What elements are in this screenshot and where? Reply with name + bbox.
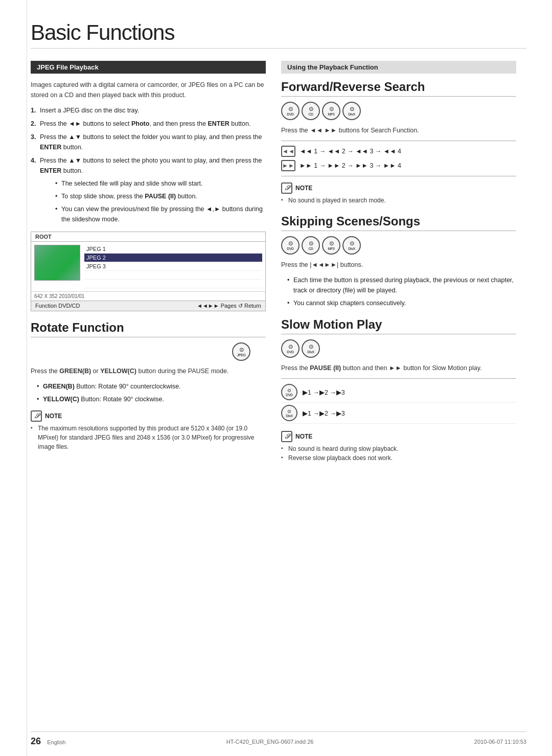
screenshot-file-list: JPEG 1 JPEG 2 JPEG 3 bbox=[84, 245, 262, 288]
step-3: 3. Press the ▲▼ buttons to select the fo… bbox=[40, 132, 266, 152]
jpeg-steps-list: 1. Insert a JPEG disc on the disc tray. … bbox=[31, 105, 266, 224]
note-icon-3: 𝒮 bbox=[281, 431, 292, 442]
screenshot-header: ROOT bbox=[31, 232, 265, 242]
divx-slow-icon: ⊙ DivX bbox=[281, 405, 297, 421]
divx-button-forward: ⊙ DivX bbox=[342, 102, 361, 120]
page-number: 26 bbox=[31, 736, 41, 746]
slow-row-divx: ⊙ DivX ▶1 →▶2 →▶3 bbox=[281, 403, 516, 424]
slow-title: Slow Motion Play bbox=[281, 317, 516, 334]
page: Basic Functions JPEG File Playback Image… bbox=[0, 0, 552, 756]
jpeg-item-blank-1 bbox=[84, 271, 262, 280]
step-4: 4. Press the ▲▼ buttons to select the ph… bbox=[40, 155, 266, 224]
divx-button-skip: ⊙ DivX bbox=[342, 236, 361, 255]
jpeg-section-header: JPEG File Playback bbox=[31, 61, 266, 74]
forward-btn-group: ⊙ DVD ⊙ CD ⊙ MP3 ⊙ DivX bbox=[281, 102, 516, 120]
rotate-note-item: The maximum resolutions supported by thi… bbox=[31, 424, 266, 451]
skip-btn-group: ⊙ DVD ⊙ CD ⊙ MP3 ⊙ DivX bbox=[281, 236, 516, 255]
skip-bullets: Each time the button is pressed during p… bbox=[287, 275, 516, 308]
forward-title: Forward/Reverse Search bbox=[281, 80, 516, 97]
skip-bullet-1: Each time the button is pressed during p… bbox=[287, 275, 516, 295]
jpeg-button: ⊙ JPEG bbox=[232, 342, 250, 361]
skip-intro: Press the |◄◄►►| buttons. bbox=[281, 260, 516, 270]
slow-note-item-2: Reverse slow playback does not work. bbox=[281, 453, 516, 463]
slow-intro: Press the PAUSE (II) button and then ►► … bbox=[281, 363, 516, 373]
sub-bullet-2: To stop slide show, press the PAUSE (II)… bbox=[55, 191, 266, 201]
screenshot-body: JPEG 1 JPEG 2 JPEG 3 bbox=[31, 242, 265, 291]
rotate-intro: Press the GREEN(B) or YELLOW(C) button d… bbox=[31, 366, 266, 376]
divx-button-slow: ⊙ DivX bbox=[302, 339, 320, 358]
rotate-note-box: 𝒮 NOTE The maximum resolutions supported… bbox=[31, 410, 266, 451]
cd-button-skip: ⊙ CD bbox=[302, 236, 320, 255]
dvd-button-slow: ⊙ DVD bbox=[281, 339, 300, 358]
screenshot-meta: 642 X 352 2010/01/01 bbox=[31, 291, 265, 301]
forward-note-list: No sound is played in search mode. bbox=[281, 196, 516, 205]
two-column-layout: JPEG File Playback Images captured with … bbox=[31, 61, 526, 469]
slow-table: ⊙ DVD ▶1 →▶2 →▶3 ⊙ DivX ▶1 →▶2 →▶3 bbox=[281, 378, 516, 424]
page-title: Basic Functions bbox=[31, 20, 526, 49]
rotate-title: Rotate Function bbox=[31, 320, 266, 337]
jpeg-item-blank-2 bbox=[84, 280, 262, 288]
screenshot-footer-right: ◄◄►► Pages ↺ Return bbox=[197, 303, 261, 309]
rewind-icon: ◄◄ bbox=[281, 146, 295, 157]
skip-title: Skipping Scenes/Songs bbox=[281, 214, 516, 231]
step-2: 2. Press the ◄► buttons to select Photo,… bbox=[40, 119, 266, 129]
search-row-2: ►► ►► 1 → ►► 2 → ►► 3 → ►► 4 bbox=[281, 158, 516, 173]
page-footer: 26 English HT-C420_EUR_ENG-0607.indd 26 … bbox=[31, 731, 526, 747]
left-column: JPEG File Playback Images captured with … bbox=[31, 61, 266, 469]
screenshot-footer-left: Function DVD/CD bbox=[35, 303, 80, 309]
note-icon: 𝒮 bbox=[31, 410, 42, 422]
note-icon-2: 𝒮 bbox=[281, 182, 292, 194]
mp3-button-forward: ⊙ MP3 bbox=[322, 102, 340, 120]
slow-note-box: 𝒮 NOTE No sound is heard during slow pla… bbox=[281, 431, 516, 463]
page-lang: English bbox=[47, 739, 65, 745]
mp3-button-skip: ⊙ MP3 bbox=[322, 236, 340, 255]
rotate-btn-group: ⊙ JPEG bbox=[31, 342, 266, 361]
fastforward-icon: ►► bbox=[281, 160, 295, 171]
forward-note-header: 𝒮 NOTE bbox=[281, 182, 516, 194]
dvd-button-forward: ⊙ DVD bbox=[281, 102, 300, 120]
right-column: Using the Playback Function Forward/Reve… bbox=[281, 61, 516, 469]
screenshot-box: ROOT JPEG 1 JPEG 2 JPEG 3 642 X 352 2010… bbox=[31, 232, 266, 311]
dvd-button-skip: ⊙ DVD bbox=[281, 236, 300, 255]
screenshot-thumbnail bbox=[34, 245, 80, 281]
slow-note-list: No sound is heard during slow playback. … bbox=[281, 444, 516, 463]
rotate-green-bullet: GREEN(B) Button: Rotate 90° counterclock… bbox=[37, 381, 266, 392]
cd-button-forward: ⊙ CD bbox=[302, 102, 320, 120]
rotate-note-list: The maximum resolutions supported by thi… bbox=[31, 424, 266, 451]
forward-intro: Press the ◄◄ ►► buttons for Search Funct… bbox=[281, 125, 516, 135]
playback-section-header: Using the Playback Function bbox=[281, 61, 516, 74]
dvd-slow-icon: ⊙ DVD bbox=[281, 384, 297, 400]
skip-bullet-2: You cannot skip chapters consecutively. bbox=[287, 298, 516, 308]
slow-row-dvd: ⊙ DVD ▶1 →▶2 →▶3 bbox=[281, 382, 516, 403]
margin-line bbox=[27, 0, 27, 756]
sub-bullet-1: The selected file will play and slide sh… bbox=[55, 178, 266, 189]
rotate-yellow-bullet: YELLOW(C) Button: Rotate 90° clockwise. bbox=[37, 394, 266, 404]
jpeg-item-3: JPEG 3 bbox=[84, 262, 262, 271]
jpeg-item-1: JPEG 1 bbox=[84, 245, 262, 254]
footer-left: 26 English bbox=[31, 736, 65, 747]
jpeg-item-2: JPEG 2 bbox=[84, 254, 262, 262]
jpeg-intro: Images captured with a digital camera or… bbox=[31, 80, 266, 100]
footer-file: HT-C420_EUR_ENG-0607.indd 26 bbox=[226, 739, 314, 745]
search-row-1: ◄◄ ◄◄ 1 → ◄◄ 2 → ◄◄ 3 → ◄◄ 4 bbox=[281, 144, 516, 158]
sub-bullets: The selected file will play and slide sh… bbox=[46, 178, 266, 224]
slow-btn-group: ⊙ DVD ⊙ DivX bbox=[281, 339, 516, 358]
slow-note-header: 𝒮 NOTE bbox=[281, 431, 516, 442]
step-1: 1. Insert a JPEG disc on the disc tray. bbox=[40, 105, 266, 116]
slow-note-item-1: No sound is heard during slow playback. bbox=[281, 444, 516, 453]
sub-bullet-3: You can view the previous/next file by p… bbox=[55, 204, 266, 224]
screenshot-footer: Function DVD/CD ◄◄►► Pages ↺ Return bbox=[31, 301, 265, 311]
search-table: ◄◄ ◄◄ 1 → ◄◄ 2 → ◄◄ 3 → ◄◄ 4 ►► ►► 1 → ►… bbox=[281, 141, 516, 176]
forward-note-box: 𝒮 NOTE No sound is played in search mode… bbox=[281, 182, 516, 205]
rotate-note-header: 𝒮 NOTE bbox=[31, 410, 266, 422]
forward-note-item: No sound is played in search mode. bbox=[281, 196, 516, 205]
footer-date: 2010-06-07 11:10:53 bbox=[474, 739, 526, 745]
rotate-bullets: GREEN(B) Button: Rotate 90° counterclock… bbox=[37, 381, 266, 404]
